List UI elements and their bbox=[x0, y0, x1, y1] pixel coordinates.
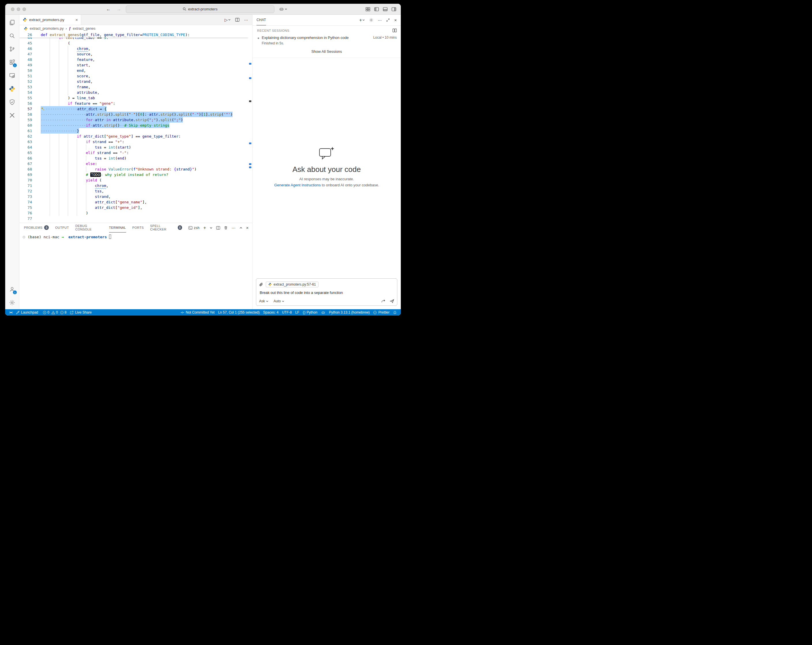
close-panel-icon[interactable]: × bbox=[246, 225, 249, 230]
breadcrumb-file[interactable]: extract_promoters.py bbox=[30, 26, 64, 30]
send-icon[interactable] bbox=[390, 299, 394, 303]
line-number[interactable]: 54 bbox=[19, 90, 32, 95]
code-line[interactable]: 61················} bbox=[19, 128, 248, 134]
line-number[interactable]: 71 bbox=[19, 183, 32, 188]
code-content[interactable]: chrom, bbox=[41, 183, 248, 188]
code-content[interactable]: if feature == "gene": bbox=[41, 101, 248, 106]
panel-tab-ports[interactable]: PORTS bbox=[133, 223, 144, 232]
split-terminal-icon[interactable] bbox=[216, 226, 220, 230]
line-number[interactable]: 51 bbox=[19, 73, 32, 79]
code-line[interactable]: 54 attribute, bbox=[19, 90, 248, 95]
code-content[interactable]: start, bbox=[41, 62, 248, 68]
code-line[interactable]: 74 attr_dict["gene_name"], bbox=[19, 199, 248, 205]
code-content[interactable]: def extract_genes(gtf_file, gene_type_fi… bbox=[41, 32, 248, 38]
formatter-item[interactable]: Prettier bbox=[371, 309, 391, 316]
toggle-primary-sidebar-icon[interactable] bbox=[374, 7, 379, 11]
code-content[interactable]: yield ( bbox=[41, 177, 248, 183]
code-line[interactable]: 71 chrom, bbox=[19, 183, 248, 188]
kill-terminal-icon[interactable] bbox=[224, 226, 228, 230]
expand-chat-icon[interactable] bbox=[386, 18, 390, 22]
code-content[interactable]: end, bbox=[41, 68, 248, 73]
terminal-dropdown-icon[interactable] bbox=[210, 227, 212, 229]
search-sidebar-icon[interactable] bbox=[5, 29, 19, 43]
line-number[interactable]: 59 bbox=[19, 117, 32, 123]
line-number[interactable]: 61 bbox=[19, 128, 32, 134]
code-content[interactable]: tss, bbox=[41, 188, 248, 194]
git-status-item[interactable]: Not Committed Yet bbox=[179, 309, 217, 316]
code-content[interactable]: ················} bbox=[41, 128, 248, 134]
panel-tab-terminal[interactable]: TERMINAL bbox=[109, 223, 126, 232]
chat-settings-gear-icon[interactable] bbox=[369, 18, 373, 22]
language-mode-item[interactable]: { }Python bbox=[301, 309, 319, 316]
settings-gear-icon[interactable] bbox=[5, 296, 19, 309]
code-line[interactable]: 62 if attr_dict["gene_type"] == gene_typ… bbox=[19, 134, 248, 139]
panel-tab-output[interactable]: OUTPUT bbox=[55, 223, 69, 232]
new-chat-button[interactable]: + bbox=[359, 18, 365, 23]
code-line[interactable]: 75 attr_dict["gene_id"], bbox=[19, 205, 248, 210]
new-terminal-icon[interactable]: + bbox=[203, 225, 206, 230]
copilot-menu[interactable] bbox=[279, 7, 287, 11]
line-number[interactable]: 26 bbox=[19, 32, 32, 38]
code-content[interactable]: if attr_dict["gene_type"] == gene_type_f… bbox=[41, 134, 248, 139]
code-editor[interactable]: 44 if len(line_tab) == 9:45 (46 chrom,47… bbox=[19, 32, 252, 223]
code-content[interactable]: chrom, bbox=[41, 46, 248, 51]
code-content[interactable]: elif strand == "-": bbox=[41, 150, 248, 156]
line-number[interactable]: 64 bbox=[19, 145, 32, 150]
code-content[interactable]: ····················attr.strip().split("… bbox=[41, 111, 248, 117]
python-interpreter-item[interactable]: Python 3.13.1 (homebrew) bbox=[327, 309, 371, 316]
code-line[interactable]: 56 if feature == "gene": bbox=[19, 101, 248, 106]
explorer-icon[interactable] bbox=[5, 16, 19, 29]
code-line[interactable]: 59····················for·attr·in·attrib… bbox=[19, 117, 248, 123]
code-line[interactable]: 45 ( bbox=[19, 40, 248, 46]
line-number[interactable]: 57 bbox=[19, 106, 32, 111]
line-number[interactable]: 70 bbox=[19, 177, 32, 183]
code-line[interactable]: 72 tss, bbox=[19, 188, 248, 194]
code-content[interactable]: frame, bbox=[41, 84, 248, 90]
code-content[interactable]: tss = int(end) bbox=[41, 156, 248, 161]
code-line[interactable]: 77 bbox=[19, 216, 248, 221]
code-content[interactable]: source, bbox=[41, 51, 248, 57]
line-number[interactable]: 50 bbox=[19, 68, 32, 73]
generate-agent-instructions-link[interactable]: Generate Agent Instructions bbox=[274, 183, 321, 187]
code-content[interactable] bbox=[41, 216, 248, 221]
model-picker[interactable]: Auto bbox=[273, 299, 284, 303]
code-content[interactable]: score, bbox=[41, 73, 248, 79]
copilot-status-item[interactable] bbox=[319, 309, 327, 316]
code-content[interactable]: ··············attr_dict·=·{ bbox=[41, 106, 248, 111]
command-decoration-icon[interactable] bbox=[23, 236, 25, 238]
run-python-file-button[interactable]: ▷ bbox=[224, 18, 230, 22]
chat-mode-picker[interactable]: Ask bbox=[259, 299, 269, 303]
code-line[interactable]: 67 else: bbox=[19, 161, 248, 166]
recent-session-item[interactable]: Explaining dictionary comprehension in P… bbox=[252, 33, 401, 46]
panel-tab-spell-checker[interactable]: SPELL CHECKER8 bbox=[150, 223, 182, 232]
code-line[interactable]: 50 end, bbox=[19, 68, 248, 73]
code-content[interactable]: # TODO: why yield instead of return? bbox=[41, 172, 248, 177]
code-content[interactable]: if strand == "+": bbox=[41, 139, 248, 145]
line-number[interactable]: 72 bbox=[19, 188, 32, 194]
eol-item[interactable]: LF bbox=[293, 309, 301, 316]
source-control-icon[interactable] bbox=[5, 43, 19, 56]
cursor-position-item[interactable]: Ln 57, Col 1 (255 selected) bbox=[217, 309, 261, 316]
editor-more-actions-icon[interactable]: ⋯ bbox=[244, 18, 248, 22]
minimize-window-button[interactable] bbox=[17, 8, 20, 11]
notifications-item[interactable] bbox=[391, 309, 398, 316]
customize-layout-icon[interactable] bbox=[366, 7, 370, 11]
terminal-shell-picker[interactable]: zsh bbox=[188, 226, 200, 230]
code-line[interactable]: 64 tss = int(start) bbox=[19, 145, 248, 150]
line-number[interactable]: 67 bbox=[19, 161, 32, 166]
code-content[interactable]: else: bbox=[41, 161, 248, 166]
chat-input-text[interactable]: Break out this line of code into a separ… bbox=[260, 290, 394, 295]
line-number[interactable]: 69 bbox=[19, 172, 32, 177]
line-number[interactable]: 76 bbox=[19, 210, 32, 216]
line-number[interactable]: 56 bbox=[19, 101, 32, 106]
line-number[interactable]: 52 bbox=[19, 79, 32, 84]
code-line[interactable]: 52 strand, bbox=[19, 79, 248, 84]
accounts-icon[interactable]: 1 bbox=[5, 283, 19, 296]
sticky-line[interactable]: 26def extract_genes(gtf_file, gene_type_… bbox=[19, 32, 248, 38]
line-number[interactable]: 65 bbox=[19, 150, 32, 156]
split-chat-view-icon[interactable] bbox=[392, 29, 397, 32]
code-line[interactable]: 58····················attr.strip().split… bbox=[19, 111, 248, 117]
show-all-sessions-link[interactable]: Show All Sessions bbox=[252, 46, 401, 58]
tab-close-icon[interactable]: × bbox=[75, 17, 78, 22]
testing-icon[interactable] bbox=[5, 96, 19, 109]
